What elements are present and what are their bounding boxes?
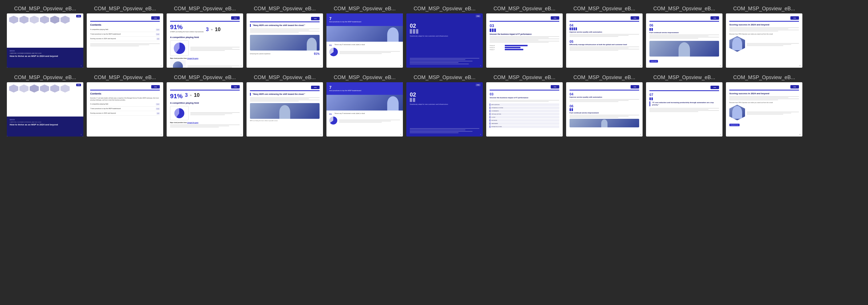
title-06: Fuel continual service improvement (649, 32, 719, 33)
page-13-wrapper[interactable]: COM_MSP_Opsview_eB... ITRS 91% 3 in 10 A… (167, 75, 243, 137)
num-03: 03 (490, 23, 559, 28)
page-7-wrapper[interactable]: COM_MSP_Opsview_eB... ITRS 03 Uncover th… (486, 6, 563, 68)
apps-list: APPLICATIONS OPERATING SYSTEM CONTAINERS… (490, 103, 559, 128)
page-16-thumb[interactable]: ITRS 02 Seamlessly adapt for new custome… (406, 82, 483, 137)
page-12-wrapper[interactable]: COM_MSP_Opsview_eB... ITRS Contents Exec… (87, 75, 163, 137)
page-6-filename: COM_MSP_Opsview_eB... (413, 6, 475, 12)
page-3-wrapper[interactable]: COM_MSP_Opsview_eB... ITRS 91% of MSPs a… (167, 6, 243, 68)
page-13-thumb[interactable]: ITRS 91% 3 in 10 A competitive playing f… (167, 82, 243, 137)
stat1-sub: of MSPs are feeling the heat to deliver … (170, 31, 204, 32)
main-grid: COM_MSP_Opsview_eB... eBook COMPETING, C… (0, 0, 868, 142)
cover-bg-2 (7, 82, 83, 95)
cover-title-2: How to thrive as an MSP in 2024 and beyo… (10, 123, 81, 126)
section-title-7: Uncover the business impact of IT perfor… (490, 33, 559, 35)
page-11-filename: COM_MSP_Opsview_eB... (14, 75, 76, 81)
page-10-thumb[interactable]: ITRS Scoring success in 2024 and beyond … (726, 13, 802, 68)
page-2-filename: COM_MSP_Opsview_eB... (94, 6, 156, 12)
scoring-title-2: Scoring success in 2024 and beyond (729, 92, 799, 95)
page-2-thumb[interactable]: ITRS Contents A competitive playing fiel… (87, 13, 163, 68)
best-header: 7 best practices to top the MSP leaderbo… (327, 13, 403, 26)
page-8-wrapper[interactable]: COM_MSP_Opsview_eB... ITRS 04 Improve se… (566, 6, 643, 68)
page-1-wrapper[interactable]: COM_MSP_Opsview_eB... eBook COMPETING, C… (7, 6, 83, 68)
page-11-thumb[interactable]: eBook COMPETING, CUSTOMER EXPERIENCE, AN… (7, 82, 83, 137)
page-13-filename: COM_MSP_Opsview_eB... (174, 75, 236, 81)
page-14-filename: COM_MSP_Opsview_eB... (254, 75, 316, 81)
app-item-5: CLOUD (490, 116, 559, 118)
page-7-filename: COM_MSP_Opsview_eB... (493, 6, 555, 12)
page-18-filename: COM_MSP_Opsview_eB... (573, 75, 635, 81)
page-18-thumb[interactable]: ITRS 04 Improve service quality with aut… (566, 82, 643, 137)
page-7-thumb[interactable]: ITRS 03 Uncover the business impact of I… (486, 13, 563, 68)
app-item-2: OPERATING SYSTEM (490, 107, 559, 109)
logo-6: ITRS (476, 15, 480, 18)
page-10-wrapper[interactable]: COM_MSP_Opsview_eB... ITRS Scoring succe… (726, 6, 802, 68)
quote-main-2: "Many MSPs are embracing the shift towar… (250, 93, 319, 96)
page-5-thumb[interactable]: 7 best practices to top the MSP leaderbo… (327, 13, 403, 68)
quote-main: "Many MSPs are embracing the shift towar… (250, 24, 319, 27)
page-4-thumb[interactable]: ITRS "Many MSPs are embracing the shift … (247, 13, 323, 68)
cpf-title: A competitive playing field (170, 36, 240, 38)
contents-heading-2: Contents (90, 92, 160, 95)
contents-detail: Executive, IT, and sales leaders will ta… (90, 98, 160, 101)
contents-heading: Contents (90, 23, 160, 26)
cover-bottom: eBook COMPETING, CUSTOMER EXPERIENCE, AN… (7, 48, 83, 68)
page-17-filename: COM_MSP_Opsview_eB... (493, 75, 555, 81)
page-3-thumb[interactable]: ITRS 91% of MSPs are feeling the heat to… (167, 13, 243, 68)
page-19-thumb[interactable]: ITRS 07 "IT cost reduction and increasin… (646, 82, 722, 137)
page-20-wrapper[interactable]: COM_MSP_Opsview_eB... ITRS Scoring succe… (726, 75, 802, 137)
page-5-wrapper[interactable]: COM_MSP_Opsview_eB... 7 best practices t… (327, 6, 403, 68)
page-20-filename: COM_MSP_Opsview_eB... (733, 75, 795, 81)
page-6-wrapper[interactable]: COM_MSP_Opsview_eB... ITRS 02 Seamlessly… (406, 6, 483, 68)
page-9-wrapper[interactable]: COM_MSP_Opsview_eB... ITRS 06 Fuel conti… (646, 6, 722, 68)
page-2-wrapper[interactable]: COM_MSP_Opsview_eB... ITRS Contents A co… (87, 6, 163, 68)
quote-sub-2: MSPs are feeling the heat to deliver imp… (250, 120, 319, 121)
page-1-thumb[interactable]: eBook COMPETING, CUSTOMER EXPERIENCE, AN… (7, 13, 83, 68)
page-15-wrapper[interactable]: COM_MSP_Opsview_eB... 7 best practices t… (327, 75, 403, 137)
page-9-thumb[interactable]: ITRS 06 Fuel continual service improveme… (646, 13, 722, 68)
page-16-wrapper[interactable]: COM_MSP_Opsview_eB... ITRS 02 Seamlessly… (406, 75, 483, 137)
best-body: 01 Thrive in any IT environment: on-site… (327, 42, 403, 68)
page-17-thumb[interactable]: ITRS 03 Uncover the business impact of I… (486, 82, 563, 137)
contents-item-3: Scoring success in 2024 and beyond 10 (90, 38, 160, 41)
page-4-wrapper[interactable]: COM_MSP_Opsview_eB... ITRS "Many MSPs ar… (247, 6, 323, 68)
page-12-filename: COM_MSP_Opsview_eB... (94, 75, 156, 81)
page-19-filename: COM_MSP_Opsview_eB... (653, 75, 715, 81)
page-18-wrapper[interactable]: COM_MSP_Opsview_eB... ITRS 04 Improve se… (566, 75, 643, 137)
page-9-filename: COM_MSP_Opsview_eB... (653, 6, 715, 12)
page-num-1: 1 (81, 65, 82, 66)
row-1: COM_MSP_Opsview_eB... eBook COMPETING, C… (7, 6, 861, 68)
page-1-filename: COM_MSP_Opsview_eB... (14, 6, 76, 12)
page-11-wrapper[interactable]: COM_MSP_Opsview_eB... eBook COMPETING, C… (7, 75, 83, 137)
ebook-label: eBook (10, 50, 81, 52)
app-item-4: VIRTUAL EDITION (490, 113, 559, 115)
app-item-6: NETWORK (490, 119, 559, 122)
page-12-thumb[interactable]: ITRS Contents Executive, IT, and sales l… (87, 82, 163, 137)
page-17-wrapper[interactable]: COM_MSP_Opsview_eB... ITRS 03 Uncover th… (486, 75, 563, 137)
logo-1: ITRS (76, 15, 81, 18)
footer-text: Enhancing the customer experience (250, 53, 271, 55)
scoring-sub-2: Discover how ITRS Opsview can make you s… (729, 102, 799, 103)
title-04: Improve service quality with automation (569, 31, 639, 33)
row-2: COM_MSP_Opsview_eB... eBook COMPETING, C… (7, 75, 861, 137)
scoring-title: Scoring success in 2024 and beyond (729, 23, 799, 26)
logo-11: ITRS (76, 84, 81, 86)
page-14-wrapper[interactable]: COM_MSP_Opsview_eB... ITRS "Many MSPs ar… (247, 75, 323, 137)
app-item-7: HARDWARE (490, 122, 559, 125)
page-15-thumb[interactable]: 7 best practices to top the MSP leaderbo… (327, 82, 403, 137)
page-16-filename: COM_MSP_Opsview_eB... (413, 75, 475, 81)
page-14-thumb[interactable]: ITRS "Many MSPs are embracing the shift … (247, 82, 323, 137)
app-item-3: CONTAINERS (490, 110, 559, 112)
footer-stat: 91% (314, 52, 319, 55)
cover-subtitle: COMPETING, CUSTOMER EXPERIENCE, AND THE … (10, 53, 81, 54)
page-6-thumb[interactable]: ITRS 02 Seamlessly adapt for new custome… (406, 13, 483, 68)
page-15-filename: COM_MSP_Opsview_eB... (334, 75, 396, 81)
app-item-1: APPLICATIONS (490, 103, 559, 106)
contents-item-2: 7 best practices to top the MSP leaderbo… (90, 33, 160, 36)
page-19-wrapper[interactable]: COM_MSP_Opsview_eB... ITRS 07 "IT cost r… (646, 75, 722, 137)
num-05: 05 (569, 40, 639, 44)
page-8-thumb[interactable]: ITRS 04 Improve service quality with aut… (566, 13, 643, 68)
page-20-thumb[interactable]: ITRS Scoring success in 2024 and beyond … (726, 82, 802, 137)
page-10-filename: COM_MSP_Opsview_eB... (733, 6, 795, 12)
cover-title: How to thrive as an MSP in 2024 and beyo… (10, 55, 81, 58)
cover-bg (7, 13, 83, 26)
